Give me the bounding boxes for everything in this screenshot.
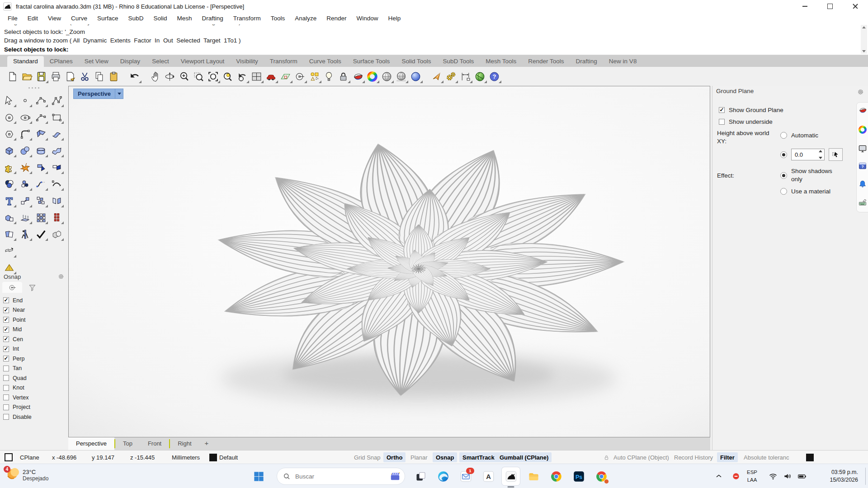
tray-notification-icon[interactable] [731, 472, 741, 481]
language-indicator[interactable]: ESPLAA [747, 469, 757, 484]
show-ground-plane-row[interactable]: ✓ Show Ground Plane [719, 107, 783, 113]
active-layer-color[interactable] [209, 450, 217, 464]
pan-button[interactable] [148, 70, 162, 83]
menu-analyze[interactable]: Analyze [290, 13, 321, 24]
tool-check-selection[interactable] [34, 227, 47, 241]
cut-button[interactable] [78, 70, 91, 83]
status-cplane[interactable]: CPlane [20, 450, 39, 464]
lock-objects-button[interactable] [336, 70, 350, 83]
zoom-selected-button[interactable] [221, 70, 234, 83]
status-z-15-445[interactable]: z -15.445 [130, 450, 155, 464]
menu-window[interactable]: Window [352, 13, 383, 24]
taskbar-app-browser-2[interactable] [592, 467, 610, 485]
minimize-button[interactable] [792, 0, 817, 13]
status-millimeters[interactable]: Millimeters [172, 450, 200, 464]
display-panel-tab-icon[interactable] [858, 106, 867, 115]
viewport-tab-right[interactable]: Right [170, 437, 199, 450]
height-input[interactable]: 0.0 [791, 149, 825, 160]
status-record-history[interactable]: Record History [674, 450, 713, 464]
toolbar-tab-render-tools[interactable]: Render Tools [522, 56, 570, 67]
construction-circle-button[interactable] [293, 70, 307, 83]
osnap-checkbox-perp[interactable]: ✓ [3, 356, 9, 361]
status-y-19-147[interactable]: y 19.147 [92, 450, 114, 464]
osnap-item-int[interactable]: ✓Int [3, 344, 68, 354]
spin-up-icon[interactable] [819, 150, 822, 152]
shaded-view-button[interactable] [351, 70, 364, 83]
import-file-button[interactable] [63, 70, 77, 83]
rotate-view-button[interactable] [163, 70, 176, 83]
clock-widget[interactable]: 03:59 p.m. 15/03/2026 [813, 469, 858, 484]
menu-solid[interactable]: Solid [148, 13, 172, 24]
zoom-dynamic-button[interactable] [177, 70, 191, 83]
viewport-layout-button[interactable] [250, 70, 263, 83]
notifications-panel-tab-icon[interactable] [858, 179, 867, 188]
osnap-item-project[interactable]: Project [3, 403, 68, 413]
toolbar-tab-drafting[interactable]: Drafting [570, 56, 603, 67]
tool-extend-curve[interactable] [50, 177, 63, 191]
tool-surface-fold[interactable] [50, 127, 63, 141]
show-underside-row[interactable]: Show underside [719, 118, 773, 125]
viewport-tab-top[interactable]: Top [115, 437, 140, 450]
display-monitor-tab-icon[interactable] [858, 144, 867, 153]
osnap-item-end[interactable]: ✓End [3, 296, 68, 305]
taskbar-app-explorer[interactable] [524, 467, 542, 485]
tool-pick-objects[interactable] [2, 244, 16, 258]
tool-circle[interactable] [2, 110, 16, 124]
zoom-window-button[interactable] [192, 70, 205, 83]
command-area[interactable]: Drag a window to zoom ( All Dynamic Exte… [0, 24, 868, 55]
status-auto-cplane-object-[interactable]: Auto CPlane (Object) [613, 450, 669, 464]
command-prompt[interactable]: Select objects to lock: [4, 45, 868, 54]
tool-point[interactable] [18, 94, 32, 107]
volume-icon[interactable] [783, 472, 792, 481]
tool-linear-array[interactable] [50, 211, 63, 224]
osnap-tab-filter[interactable] [22, 282, 42, 293]
tool-explode[interactable] [18, 160, 32, 174]
show-desktop-button[interactable] [865, 468, 866, 485]
paste-button[interactable] [107, 70, 120, 83]
osnap-checkbox-near[interactable]: ✓ [3, 307, 9, 313]
new-file-button[interactable] [5, 70, 19, 83]
scroll-down-icon[interactable] [862, 50, 866, 52]
search-highlight-icon[interactable] [389, 470, 401, 482]
status-gumball-cplane-[interactable]: Gumball (CPlane) [496, 452, 552, 462]
osnap-checkbox-project[interactable] [3, 404, 9, 410]
osnap-checkbox-mid[interactable]: ✓ [3, 327, 9, 333]
maximize-button[interactable] [817, 0, 843, 13]
toolbar-tab-transform[interactable]: Transform [264, 56, 303, 67]
viewport-title-dropdown[interactable]: Perspective [73, 89, 123, 99]
manual-height-radio[interactable] [780, 151, 787, 158]
tool-control-point-curve[interactable] [34, 94, 47, 107]
menu-view[interactable]: View [43, 13, 66, 24]
tool-fillet-curve[interactable] [18, 127, 32, 141]
tool-ellipse[interactable] [18, 110, 32, 124]
osnap-item-cen[interactable]: ✓Cen [3, 334, 68, 344]
add-viewport-tab-button[interactable]: + [199, 437, 214, 450]
panel-settings-gear-icon[interactable] [857, 89, 864, 95]
save-file-button[interactable] [34, 70, 48, 83]
start-button[interactable] [250, 467, 268, 485]
toolbar-tab-new-in-v8[interactable]: New in V8 [603, 56, 643, 67]
menu-transform[interactable]: Transform [228, 13, 266, 24]
shadows-only-row[interactable]: Show shadows only [780, 167, 839, 183]
macros-panel-tab-icon[interactable] [858, 197, 867, 206]
toolbar-tab-display[interactable]: Display [114, 56, 146, 67]
viewport-tab-front[interactable]: Front [140, 437, 169, 450]
status-planar[interactable]: Planar [410, 450, 428, 464]
tool-polygon[interactable] [2, 127, 16, 141]
tool-polyline[interactable] [50, 94, 63, 107]
chevron-down-icon[interactable] [115, 89, 123, 99]
menu-render[interactable]: Render [321, 13, 351, 24]
height-value-row[interactable]: 0.0 [780, 148, 843, 161]
status-lock-icon[interactable] [603, 450, 610, 464]
taskbar-app-task-host[interactable] [411, 467, 429, 485]
tool-trim[interactable] [34, 160, 47, 174]
taskbar-app-mail[interactable]: 1 [457, 467, 475, 485]
toolbar-tab-visibility[interactable]: Visibility [230, 56, 264, 67]
tool-move[interactable] [18, 194, 32, 207]
osnap-checkbox-point[interactable]: ✓ [3, 317, 9, 323]
tool-solid-union[interactable] [2, 211, 16, 224]
taskbar-app-photoshop[interactable]: Ps [570, 467, 588, 485]
tool-surface-points[interactable] [34, 127, 47, 141]
status-ortho[interactable]: Ortho [383, 452, 406, 462]
battery-icon[interactable] [797, 472, 807, 481]
